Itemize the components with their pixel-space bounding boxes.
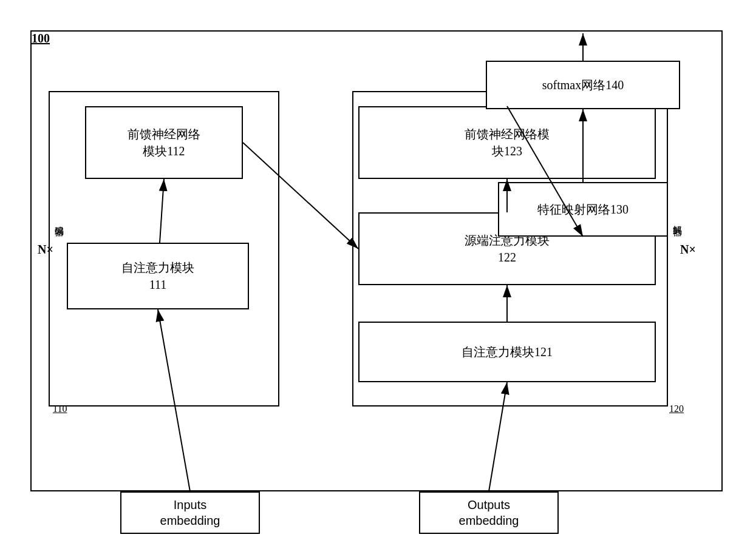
feature-label: 特征映射网络130 [537,201,629,218]
outputs-embedding-box: Outputsembedding [419,491,559,534]
block-111-label: 自注意力模块111 [121,259,194,293]
softmax-label: softmax网络140 [542,76,624,93]
block-123: 前馈神经网络模块123 [358,106,656,179]
encoder-label: 编码器 [53,218,65,222]
softmax-box-140: softmax网络140 [486,61,680,109]
nx-encoder: N× [38,243,53,257]
block-112-label: 前馈神经网络模块112 [128,126,200,160]
block-111: 自注意力模块111 [67,243,249,309]
block-121-label: 自注意力模块121 [462,343,553,360]
block-121: 自注意力模块121 [358,322,656,382]
outputs-embedding-label: Outputsembedding [459,497,519,528]
outer-label: 100 [32,32,50,46]
feature-box-130: 特征映射网络130 [498,182,668,237]
inputs-embedding-label: Inputsembedding [160,497,220,528]
nx-decoder: N× [680,243,696,257]
inputs-embedding-box: Inputsembedding [120,491,260,534]
block-112: 前馈神经网络模块112 [85,106,243,179]
decoder-label: 解码器 [672,218,683,222]
block-123-label: 前馈神经网络模块123 [465,126,550,160]
encoder-number: 110 [53,403,67,414]
decoder-number: 120 [669,403,684,414]
block-122-label: 源端注意力模块122 [465,232,550,266]
